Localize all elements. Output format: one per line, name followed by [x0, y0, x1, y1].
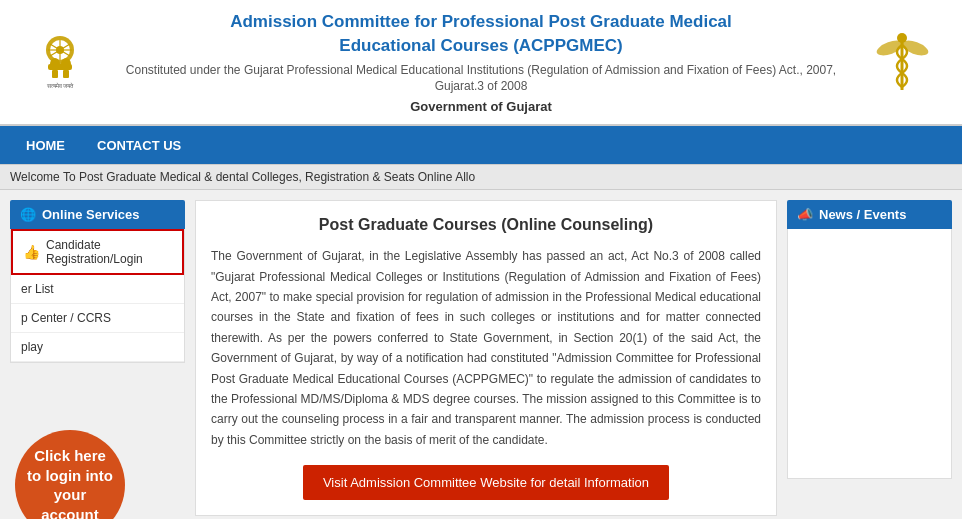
main-wrapper: 🌐 Online Services 👍 Candidate Registrati… — [0, 190, 962, 519]
svg-point-16 — [897, 33, 907, 43]
content-body: The Government of Gujarat, in the Legisl… — [211, 246, 761, 450]
svg-text:सत्यमेव जयते: सत्यमेव जयते — [45, 82, 74, 89]
nav-contact-us[interactable]: CONTACT US — [81, 126, 197, 164]
caduceus-logo — [862, 30, 942, 95]
ashoka-emblem-icon: सत्यमेव जयते — [28, 30, 93, 95]
page-header: सत्यमेव जयते Admission Committee for Pro… — [0, 0, 962, 126]
megaphone-icon: 📣 — [797, 207, 813, 222]
org-gov: Government of Gujarat — [120, 99, 842, 114]
main-content-area: 🌐 Online Services 👍 Candidate Registrati… — [0, 190, 962, 519]
svg-rect-9 — [63, 70, 69, 78]
sidebar-menu: 👍 Candidate Registration/Login er List p… — [10, 229, 185, 363]
org-subtitle: Constituted under the Gujarat Profession… — [120, 62, 842, 96]
sidebar-item-display[interactable]: play — [11, 333, 184, 362]
content-title: Post Graduate Courses (Online Counseling… — [211, 216, 761, 234]
sidebar-item-er-list[interactable]: er List — [11, 275, 184, 304]
visit-button[interactable]: Visit Admission Committee Website for de… — [303, 465, 669, 500]
sidebar-item-candidate-registration[interactable]: 👍 Candidate Registration/Login — [11, 229, 184, 275]
news-ticker: Welcome To Post Graduate Medical & denta… — [0, 164, 962, 190]
news-body — [787, 229, 952, 479]
svg-point-11 — [61, 58, 71, 70]
header-text-block: Admission Committee for Professional Pos… — [120, 10, 842, 114]
navigation-bar: HOME CONTACT US — [0, 126, 962, 164]
globe-icon: 🌐 — [20, 207, 36, 222]
org-title-line1: Admission Committee for Professional Pos… — [120, 10, 842, 34]
svg-rect-8 — [52, 70, 58, 78]
news-sidebar: 📣 News / Events — [787, 200, 952, 516]
org-title-line2: Educational Courses (ACPPGMEC) — [120, 34, 842, 58]
center-content: Post Graduate Courses (Online Counseling… — [195, 200, 777, 516]
sidebar-item-help-center[interactable]: p Center / CCRS — [11, 304, 184, 333]
nav-home[interactable]: HOME — [10, 126, 81, 164]
caduceus-icon — [870, 30, 935, 95]
sidebar-header: 🌐 Online Services — [10, 200, 185, 229]
emblem-logo: सत्यमेव जयते — [20, 30, 100, 95]
svg-point-10 — [50, 58, 60, 70]
thumb-icon: 👍 — [23, 244, 40, 260]
news-header: 📣 News / Events — [787, 200, 952, 229]
